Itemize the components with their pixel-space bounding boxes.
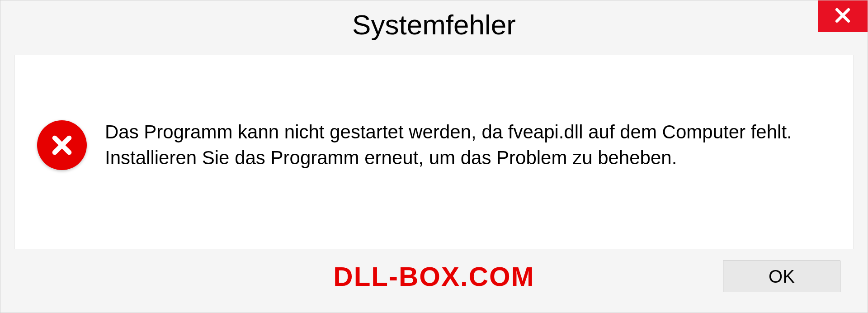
titlebar: Systemfehler xyxy=(0,0,868,50)
error-icon xyxy=(37,120,87,170)
watermark-text: DLL-BOX.COM xyxy=(333,261,534,292)
ok-button[interactable]: OK xyxy=(723,261,840,292)
error-message: Das Programm kann nicht gestartet werden… xyxy=(105,119,835,171)
close-icon xyxy=(833,5,853,27)
ok-button-label: OK xyxy=(769,266,795,287)
dialog-footer: DLL-BOX.COM OK xyxy=(0,258,868,313)
dialog-title: Systemfehler xyxy=(352,9,516,41)
error-dialog: Systemfehler Das Programm kann nicht ges… xyxy=(0,0,868,313)
content-panel: Das Programm kann nicht gestartet werden… xyxy=(14,55,854,249)
close-button[interactable] xyxy=(818,0,868,32)
